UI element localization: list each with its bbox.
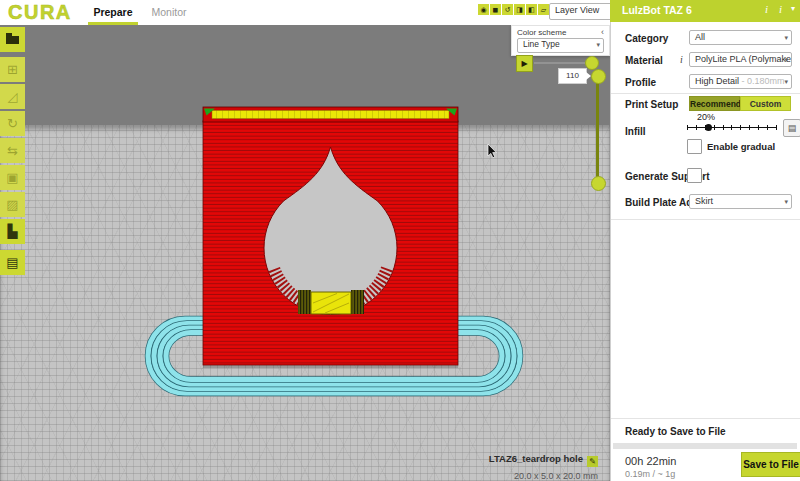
slice-progress-bar: [613, 443, 797, 449]
job-name: LTAZ6_teardrop hole: [489, 453, 583, 464]
adhesion-value: Skirt: [695, 196, 713, 206]
infill-pattern-icon: ▤: [788, 123, 797, 133]
divider: [611, 93, 800, 94]
infill-label: Infill: [625, 126, 646, 137]
infill-percentage: 20%: [697, 112, 715, 122]
tab-monitor[interactable]: Monitor: [144, 0, 194, 25]
color-scheme-label: Color scheme ‹: [512, 26, 609, 38]
adhesion-dropdown[interactable]: Skirt: [689, 194, 792, 209]
machine-name: LulzBot TAZ 6: [622, 4, 692, 16]
simulation-play-button[interactable]: ▶: [516, 55, 533, 72]
support-blocker-icon: ▨: [6, 197, 18, 212]
material-value: PolyLite PLA (Polymaker): [695, 54, 792, 64]
simulation-slider-track[interactable]: [534, 62, 590, 64]
view-front-icon[interactable]: ◼: [490, 4, 501, 15]
profile-label: Profile: [625, 77, 656, 88]
divider: [611, 219, 800, 220]
material-info-icon[interactable]: i: [680, 54, 683, 65]
collapse-panel-icon[interactable]: ‹: [601, 27, 604, 37]
category-dropdown[interactable]: All: [689, 30, 792, 45]
material-dropdown[interactable]: PolyLite PLA (Polymaker): [689, 52, 792, 67]
model-dimensions: 20.0 x 5.0 x 20.0 mm: [440, 471, 598, 481]
per-model-settings-icon: ▣: [6, 170, 18, 185]
open-folder-icon: [6, 36, 19, 44]
print-setup-label: Print Setup: [625, 99, 678, 110]
generate-support-checkbox[interactable]: [687, 168, 702, 183]
move-tool-icon: ⊞: [7, 62, 18, 77]
profile-value: High Detail: [695, 76, 739, 86]
print-time-estimate: 00h 22min: [625, 455, 676, 467]
arrange-button[interactable]: ▤: [0, 250, 25, 275]
tab-recommended[interactable]: Recommended: [689, 96, 740, 111]
machine-settings-icon[interactable]: i: [779, 3, 782, 15]
bridge-skin: [311, 292, 351, 314]
viewport-3d[interactable]: ⊞ ◿ ↻ ⇆ ▣ ▨ ▙ ▤ Color scheme ‹ Line Type…: [0, 25, 610, 481]
category-label: Category: [625, 33, 668, 44]
tab-active-underline: [88, 22, 138, 25]
material-label: Material: [625, 55, 663, 66]
divider: [611, 418, 800, 419]
view-top-icon[interactable]: ▱: [538, 4, 549, 15]
tab-custom[interactable]: Custom: [740, 96, 791, 111]
infill-pattern-button[interactable]: ▤: [783, 119, 800, 137]
rotate-tool-button[interactable]: ↻: [0, 111, 25, 136]
profile-layer-height: - 0.180mm: [739, 76, 785, 86]
view-rotate-icon[interactable]: ↺: [502, 4, 513, 15]
color-scheme-dropdown[interactable]: Line Type: [517, 38, 604, 53]
view-right-icon[interactable]: ◧: [526, 4, 537, 15]
view-left-icon[interactable]: ◨: [514, 4, 525, 15]
model-teardrop-block[interactable]: [203, 107, 458, 368]
enable-gradual-checkbox[interactable]: [687, 139, 702, 154]
mesh-type-button[interactable]: ▙: [0, 219, 25, 244]
settings-panel: Category All Material i PolyLite PLA (Po…: [610, 22, 800, 481]
layer-slider-top-handle[interactable]: [591, 69, 606, 84]
enable-gradual-label: Enable gradual: [707, 141, 775, 152]
edit-job-name-icon[interactable]: ✎: [587, 456, 598, 467]
per-model-settings-button[interactable]: ▣: [0, 165, 25, 190]
tab-monitor-label: Monitor: [151, 6, 186, 18]
chevron-down-icon: ▾: [791, 4, 795, 13]
sliced-model-scene[interactable]: [0, 25, 610, 481]
machine-header[interactable]: LulzBot TAZ 6 i i ▾: [610, 0, 800, 22]
move-tool-button[interactable]: ⊞: [0, 57, 25, 82]
job-info: LTAZ6_teardrop hole✎ 20.0 x 5.0 x 20.0 m…: [440, 448, 598, 481]
layer-slider-track[interactable]: [596, 75, 599, 182]
open-file-button[interactable]: [0, 27, 25, 52]
arrange-icon: ▤: [6, 255, 18, 270]
scale-tool-icon: ◿: [8, 89, 18, 104]
tab-prepare-label: Prepare: [93, 6, 132, 18]
rotate-tool-icon: ↻: [7, 116, 18, 131]
top-bar: CURA Prepare Monitor ◉ ◼ ↺ ◨ ◧ ▱ Layer V…: [0, 0, 610, 25]
play-icon: ▶: [521, 59, 527, 68]
simulation-slider-handle[interactable]: [585, 56, 599, 70]
support-blocker-button[interactable]: ▨: [0, 192, 25, 217]
mirror-tool-icon: ⇆: [7, 143, 18, 158]
mouse-cursor: [488, 144, 496, 158]
save-to-file-button[interactable]: Save to File: [741, 452, 800, 477]
color-scheme-value: Line Type: [523, 39, 560, 49]
layer-number-tooltip: 110: [558, 68, 587, 84]
profile-dropdown[interactable]: High Detail - 0.180mm: [689, 74, 792, 89]
layer-slider-bottom-handle[interactable]: [591, 176, 606, 191]
color-scheme-panel: Color scheme ‹ Line Type: [511, 25, 610, 56]
save-status-text: Ready to Save to File: [625, 426, 726, 437]
machine-info-icon[interactable]: i: [765, 3, 768, 15]
camera-view-toolbar: ◉ ◼ ↺ ◨ ◧ ▱: [478, 4, 549, 15]
cura-window: CURA Prepare Monitor ◉ ◼ ↺ ◨ ◧ ▱ Layer V…: [0, 0, 800, 481]
view-3d-icon[interactable]: ◉: [478, 4, 489, 15]
scale-tool-button[interactable]: ◿: [0, 84, 25, 109]
layer-number-value: 110: [566, 71, 579, 80]
infill-slider-handle[interactable]: [705, 124, 712, 131]
view-mode-value: Layer View: [555, 5, 599, 15]
cura-logo: CURA: [8, 1, 72, 24]
infill-slider[interactable]: [687, 123, 777, 132]
mirror-tool-button[interactable]: ⇆: [0, 138, 25, 163]
tab-prepare[interactable]: Prepare: [88, 0, 138, 25]
category-value: All: [695, 32, 705, 42]
mesh-type-icon: ▙: [8, 224, 18, 239]
material-usage-estimate: 0.19m / ~ 1g: [625, 469, 675, 479]
